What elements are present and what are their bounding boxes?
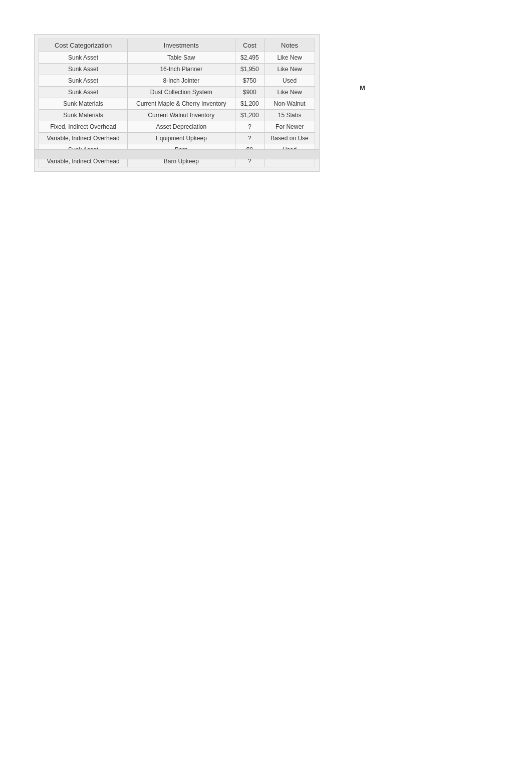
table-cell: ? <box>235 121 264 133</box>
table-cell: Sunk Materials <box>39 110 128 121</box>
table-cell: Like New <box>264 52 315 64</box>
table-cell: Sunk Asset <box>39 52 128 64</box>
table-cell: Dust Collection System <box>128 87 235 98</box>
table-cell: 8-Inch Jointer <box>128 75 235 87</box>
table-cell: Like New <box>264 64 315 75</box>
table-cell: For Newer <box>264 121 315 133</box>
table-cell: $1,950 <box>235 64 264 75</box>
table-cell: 15 Slabs <box>264 110 315 121</box>
table-row: Sunk AssetDust Collection System$900Like… <box>39 87 315 98</box>
table-cell: ? <box>235 133 264 144</box>
table-cell: Asset Depreciation <box>128 121 235 133</box>
table-cell: Sunk Asset <box>39 75 128 87</box>
table-cell: Non-Walnut <box>264 98 315 110</box>
table-cell: $750 <box>235 75 264 87</box>
bottom-bar <box>34 149 320 159</box>
table-row: Sunk Asset16-Inch Planner$1,950Like New <box>39 64 315 75</box>
table-cell: Sunk Materials <box>39 98 128 110</box>
table-cell: Fixed, Indirect Overhead <box>39 121 128 133</box>
table-cell: Current Maple & Cherry Inventory <box>128 98 235 110</box>
table-cell: $2,495 <box>235 52 264 64</box>
page-container: Cost Categorization Investments Cost Not… <box>0 0 532 782</box>
table-row: Fixed, Indirect OverheadAsset Depreciati… <box>39 121 315 133</box>
table-cell: $1,200 <box>235 98 264 110</box>
table-cell: $1,200 <box>235 110 264 121</box>
table-row: Sunk MaterialsCurrent Maple & Cherry Inv… <box>39 98 315 110</box>
table-cell: Sunk Asset <box>39 87 128 98</box>
col-header-categorization: Cost Categorization <box>39 39 128 52</box>
table-cell: Sunk Asset <box>39 64 128 75</box>
table-row: Sunk MaterialsCurrent Walnut Inventory$1… <box>39 110 315 121</box>
table-cell: Used <box>264 75 315 87</box>
table-cell: Variable, Indirect Overhead <box>39 133 128 144</box>
table-cell: Equipment Upkeep <box>128 133 235 144</box>
col-header-investments: Investments <box>128 39 235 52</box>
col-header-cost: Cost <box>235 39 264 52</box>
table-cell: Current Walnut Inventory <box>128 110 235 121</box>
table-row: Variable, Indirect OverheadEquipment Upk… <box>39 133 315 144</box>
side-label: M <box>360 84 365 92</box>
table-header-row: Cost Categorization Investments Cost Not… <box>39 39 315 52</box>
table-cell: Based on Use <box>264 133 315 144</box>
table-cell: $900 <box>235 87 264 98</box>
col-header-notes: Notes <box>264 39 315 52</box>
table-cell: Like New <box>264 87 315 98</box>
table-cell: 16-Inch Planner <box>128 64 235 75</box>
table-row: Sunk AssetTable Saw$2,495Like New <box>39 52 315 64</box>
table-row: Sunk Asset8-Inch Jointer$750Used <box>39 75 315 87</box>
cost-table: Cost Categorization Investments Cost Not… <box>39 39 315 167</box>
table-cell: Table Saw <box>128 52 235 64</box>
